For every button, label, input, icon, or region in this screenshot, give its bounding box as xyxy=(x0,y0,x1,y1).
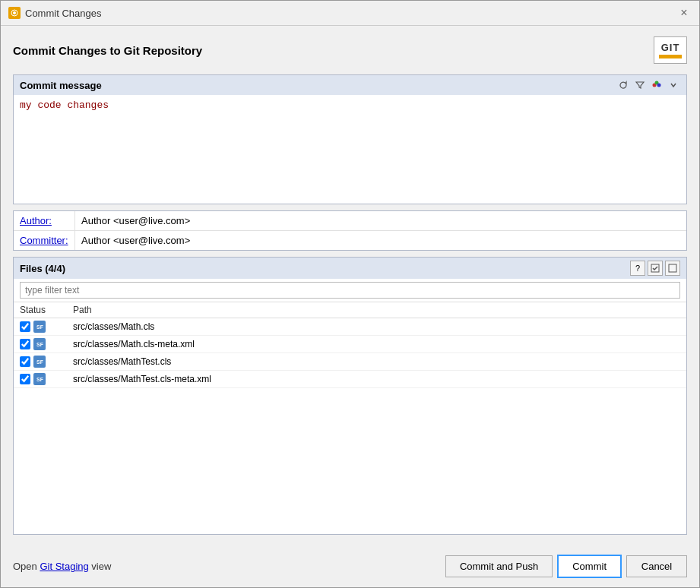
committer-value: Author <user@live.com> xyxy=(74,231,686,250)
dropdown-icon-btn[interactable] xyxy=(667,78,680,92)
file-checkbox-0[interactable] xyxy=(20,321,30,332)
col-path-header: Path xyxy=(73,305,680,315)
commit-dialog: Commit Changes × Commit Changes to Git R… xyxy=(0,0,700,588)
author-row: Author: Author <user@live.com> xyxy=(14,211,686,231)
svg-text:SF: SF xyxy=(36,324,43,330)
file-type-icon-0: SF xyxy=(33,321,46,333)
col-status-header: Status xyxy=(20,305,73,315)
refresh-icon xyxy=(619,81,628,90)
svg-point-4 xyxy=(657,84,661,87)
color-icon-btn[interactable] xyxy=(650,78,664,92)
commit-and-push-button[interactable]: Commit and Push xyxy=(445,555,553,577)
files-help-btn[interactable]: ? xyxy=(630,261,645,276)
commit-message-label: Commit message xyxy=(20,80,102,91)
table-row: SF src/classes/Math.cls-meta.xml xyxy=(14,336,686,353)
commit-button[interactable]: Commit xyxy=(557,555,622,578)
file-path-0: src/classes/Math.cls xyxy=(73,321,680,332)
open-text: Open xyxy=(13,561,40,572)
svg-text:SF: SF xyxy=(36,377,43,382)
dialog-title: Commit Changes xyxy=(25,8,101,19)
dialog-icon xyxy=(8,7,21,19)
git-logo-bar xyxy=(659,55,682,58)
title-bar-left: Commit Changes xyxy=(8,7,101,19)
view-text: view xyxy=(89,561,112,572)
files-table: Status Path SF src/classes/Math.cls xyxy=(14,302,686,534)
git-staging-link[interactable]: Git Staging xyxy=(40,561,88,572)
filter-row xyxy=(14,279,686,302)
file-checkbox-area: SF xyxy=(20,338,73,350)
file-checkbox-1[interactable] xyxy=(20,339,30,349)
author-label[interactable]: Author: xyxy=(14,211,74,230)
file-type-icon-1: SF xyxy=(33,338,46,350)
uncheck-all-icon xyxy=(668,264,677,273)
table-row: SF src/classes/MathTest.cls xyxy=(14,353,686,371)
filter-icon xyxy=(635,81,645,90)
git-staging-text: Open Git Staging view xyxy=(13,561,111,572)
file-checkbox-3[interactable] xyxy=(20,374,30,384)
file-type-icon-2: SF xyxy=(33,356,46,368)
author-committer-block: Author: Author <user@live.com> Committer… xyxy=(13,210,687,251)
file-checkbox-area: SF xyxy=(20,356,73,368)
git-logo-text: GIT xyxy=(661,42,680,53)
check-all-icon xyxy=(651,264,660,273)
commit-message-section: Commit message xyxy=(13,74,687,204)
dialog-header: Commit Changes to Git Repository GIT xyxy=(13,36,687,64)
filter-icon-btn[interactable] xyxy=(633,78,647,92)
commit-message-icons xyxy=(616,78,680,92)
files-check-btn[interactable] xyxy=(648,261,663,276)
svg-text:SF: SF xyxy=(36,359,43,365)
dialog-body: Commit Changes to Git Repository GIT Com… xyxy=(1,26,699,548)
commit-message-input[interactable]: my code changes xyxy=(14,95,686,201)
table-row: SF src/classes/Math.cls xyxy=(14,318,686,336)
close-button[interactable]: × xyxy=(676,5,692,21)
file-type-icon-3: SF xyxy=(33,373,46,385)
committer-label[interactable]: Committer: xyxy=(14,231,74,250)
svg-point-1 xyxy=(13,11,16,14)
svg-rect-6 xyxy=(669,264,676,272)
committer-row: Committer: Author <user@live.com> xyxy=(14,231,686,250)
filter-input[interactable] xyxy=(20,282,680,299)
file-path-1: src/classes/Math.cls-meta.xml xyxy=(73,339,680,349)
dialog-main-title: Commit Changes to Git Repository xyxy=(13,44,202,57)
files-header-icons: ? xyxy=(630,261,680,276)
chevron-down-icon xyxy=(670,81,677,89)
files-label: Files (4/4) xyxy=(20,263,65,274)
files-header: Files (4/4) ? xyxy=(14,258,686,279)
files-col-header: Status Path xyxy=(14,302,686,318)
file-path-2: src/classes/MathTest.cls xyxy=(73,356,680,367)
file-checkbox-2[interactable] xyxy=(20,356,30,367)
commit-message-header: Commit message xyxy=(14,75,686,95)
files-uncheck-btn[interactable] xyxy=(665,261,680,276)
cancel-button[interactable]: Cancel xyxy=(626,555,687,577)
title-bar: Commit Changes × xyxy=(1,1,699,26)
author-value: Author <user@live.com> xyxy=(74,211,686,230)
file-checkbox-area: SF xyxy=(20,373,73,385)
bottom-bar: Open Git Staging view Commit and Push Co… xyxy=(1,548,699,587)
file-checkbox-area: SF xyxy=(20,321,73,333)
files-section: Files (4/4) ? xyxy=(13,257,687,535)
buttons-group: Commit and Push Commit Cancel xyxy=(445,555,687,578)
table-row: SF src/classes/MathTest.cls-meta.xml xyxy=(14,371,686,388)
file-path-3: src/classes/MathTest.cls-meta.xml xyxy=(73,374,680,384)
color-icon xyxy=(651,80,662,90)
svg-text:SF: SF xyxy=(36,342,43,347)
git-logo: GIT xyxy=(654,36,687,64)
refresh-icon-btn[interactable] xyxy=(616,78,630,92)
